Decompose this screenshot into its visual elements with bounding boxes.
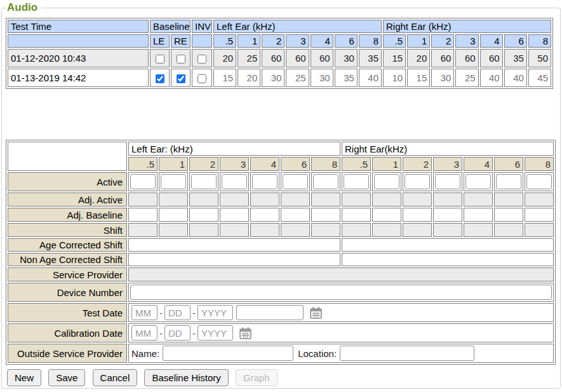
threshold-cell: 50: [528, 49, 551, 67]
adj-active-cell: [220, 193, 249, 206]
device-number-label: Device Number: [8, 283, 127, 302]
threshold-cell: 15: [407, 69, 430, 87]
outside-service-provider-label: Outside Service Provider: [8, 344, 127, 363]
adj-active-cell: [128, 193, 157, 206]
inv-checkbox[interactable]: [197, 74, 206, 83]
freq-header: 1: [159, 157, 188, 171]
date-separator: -: [159, 308, 163, 318]
non-age-corrected-shift-left-cell: [128, 253, 340, 266]
active-input[interactable]: [222, 174, 247, 189]
inv-checkbox[interactable]: [197, 55, 206, 64]
history-row[interactable]: 01-12-2020 10:43 20 25 60 60 60 30 35 15…: [8, 49, 551, 67]
save-button[interactable]: Save: [48, 369, 85, 386]
baseline-re-checkbox[interactable]: [177, 55, 185, 64]
active-input[interactable]: [344, 174, 369, 189]
calibration-date-day-input[interactable]: [164, 325, 191, 341]
outside-provider-name-input[interactable]: [163, 346, 293, 361]
threshold-cell: 25: [238, 49, 260, 67]
active-input[interactable]: [435, 174, 460, 189]
active-row: Active: [8, 172, 554, 191]
active-input[interactable]: [252, 174, 278, 189]
test-time-cell[interactable]: 01-13-2019 14:42: [8, 69, 149, 87]
audio-history-table: Test Time Baseline INV Left Ear (kHz) Ri…: [6, 18, 553, 89]
baseline-le-cell: [150, 49, 170, 67]
inv-cell: [192, 69, 212, 87]
active-input[interactable]: [130, 174, 156, 189]
threshold-cell: 30: [335, 49, 358, 67]
baseline-history-button[interactable]: Baseline History: [144, 369, 228, 386]
active-input[interactable]: [161, 174, 186, 189]
threshold-cell: 35: [335, 69, 358, 87]
cancel-button[interactable]: Cancel: [93, 369, 138, 386]
active-input[interactable]: [526, 174, 552, 189]
calibration-date-year-input[interactable]: [197, 325, 233, 341]
freq-header: .5: [383, 34, 406, 48]
adj-baseline-cell: [311, 208, 340, 222]
threshold-cell: 20: [407, 49, 430, 67]
freq-header: 4: [464, 157, 493, 171]
history-row[interactable]: 01-13-2019 14:42 15 20 30 25 30 35 40 10…: [8, 69, 551, 87]
shift-cell: [250, 223, 279, 237]
right-ear-header: Right Ear(kHz): [342, 142, 554, 156]
col-right-ear: Right Ear (kHz): [383, 20, 551, 33]
active-input[interactable]: [283, 174, 308, 189]
baseline-le-cell: [150, 69, 170, 87]
freq-header: 2: [403, 157, 432, 171]
col-re: RE: [171, 34, 191, 48]
test-time-cell[interactable]: 01-12-2020 10:43: [8, 49, 149, 67]
baseline-re-checkbox[interactable]: [177, 74, 185, 83]
test-date-label: Test Date: [8, 303, 127, 322]
active-input[interactable]: [465, 174, 491, 189]
test-date-year-input[interactable]: [197, 305, 233, 320]
shift-cell: [525, 223, 554, 237]
shift-cell: [281, 223, 310, 237]
adj-active-cell: [403, 193, 432, 206]
freq-header: 6: [281, 157, 310, 171]
calendar-icon[interactable]: [239, 327, 252, 340]
shift-cell: [403, 223, 432, 237]
active-input[interactable]: [496, 174, 521, 189]
test-date-month-input[interactable]: [131, 305, 157, 320]
adj-baseline-cell: [433, 208, 462, 222]
history-subheader-row: LE RE .5 1 2 3 4 6 8 .5 1 2 3 4 6 8: [8, 34, 551, 48]
active-input[interactable]: [191, 174, 217, 189]
threshold-cell: 30: [262, 69, 284, 87]
threshold-cell: 45: [528, 69, 551, 87]
adj-active-cell: [189, 193, 218, 206]
header-spacer-cell: [192, 34, 212, 48]
baseline-le-checkbox[interactable]: [156, 55, 164, 64]
calendar-icon[interactable]: [309, 306, 323, 320]
freq-header: 3: [220, 157, 249, 171]
adj-baseline-row: Adj. Baseline: [8, 208, 554, 222]
service-provider-row: Service Provider: [8, 267, 554, 281]
test-time-input[interactable]: [236, 305, 304, 320]
shift-cell: [342, 223, 371, 237]
freq-header: 6: [335, 34, 358, 48]
baseline-re-cell: [171, 49, 191, 67]
active-label: Active: [8, 172, 127, 191]
service-provider-field: [128, 267, 554, 281]
action-button-row: New Save Cancel Baseline History Graph: [6, 369, 556, 386]
age-corrected-shift-label: Age Corrected Shift: [8, 238, 127, 252]
new-button[interactable]: New: [7, 369, 41, 386]
adj-active-label: Adj. Active: [8, 193, 127, 206]
outside-service-provider-row: Outside Service Provider Name: Location:: [8, 344, 554, 363]
baseline-le-checkbox[interactable]: [156, 74, 164, 83]
adj-active-cell: [342, 193, 371, 206]
adj-active-cell: [494, 193, 523, 206]
active-input[interactable]: [405, 174, 430, 189]
audio-entry-table: Left Ear: (kHz) Right Ear(kHz) .5 1 2 3 …: [6, 140, 556, 365]
calibration-date-month-input[interactable]: [131, 325, 157, 341]
active-input[interactable]: [313, 174, 338, 189]
device-number-input[interactable]: [130, 285, 552, 300]
shift-cell: [464, 223, 493, 237]
test-date-day-input[interactable]: [164, 305, 191, 320]
adj-active-cell: [433, 193, 462, 206]
active-input[interactable]: [374, 174, 399, 189]
adj-baseline-cell: [525, 208, 554, 222]
adj-active-cell: [311, 193, 340, 206]
freq-header: 1: [372, 157, 401, 171]
date-separator: -: [192, 308, 196, 318]
page-title: Audio: [6, 1, 41, 14]
outside-provider-location-input[interactable]: [340, 346, 474, 361]
